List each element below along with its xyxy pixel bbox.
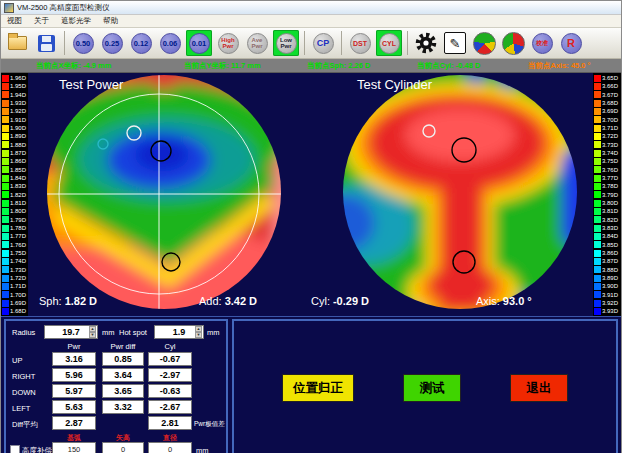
toolbar-separator (407, 31, 408, 55)
scale-row: 1.81D (2, 199, 28, 207)
high-pwr-button[interactable]: High Pwr (215, 30, 241, 56)
power-map-title: Test Power (59, 77, 123, 92)
scale-color-swatch (594, 191, 601, 198)
radius-spinner[interactable]: ▲▼ (89, 326, 96, 338)
scale-color-swatch (2, 116, 9, 123)
exit-button[interactable]: 退出 (510, 374, 568, 402)
left-cyl-value: -2.67 (148, 400, 192, 414)
cylinder-map-title: Test Cylinder (357, 77, 432, 92)
scale-row: 3.91D (594, 291, 621, 299)
scale-tick-label: 1.94D (10, 92, 26, 98)
scale-color-swatch (2, 216, 9, 223)
cyl-button-selected[interactable]: CYL (376, 30, 402, 56)
radius-input[interactable]: 19.7 ▲▼ (44, 325, 98, 339)
scale-tick-label: 1.86D (10, 158, 26, 164)
scale-tick-label: 3.82D (602, 217, 618, 223)
scale-tick-label: 3.73D (602, 142, 618, 148)
scale-color-swatch (594, 225, 601, 232)
dst-button[interactable]: DST (347, 30, 373, 56)
scale-row: 1.71D (2, 282, 28, 290)
test-power-heatmap[interactable] (29, 73, 299, 313)
measurement-panel: Radius 19.7 ▲▼ mm Hot spot 1.9 ▲▼ mm Pwr… (4, 319, 228, 453)
scale-color-swatch (594, 116, 601, 123)
position-reset-button[interactable]: 位置归正 (282, 374, 354, 402)
menu-help[interactable]: 帮助 (97, 16, 124, 26)
scale-tick-label: 1.78D (10, 225, 26, 231)
scale-row: 3.78D (594, 182, 621, 190)
cylinder-map-icon (502, 32, 525, 55)
scale-row: 3.89D (594, 274, 621, 282)
low-pwr-button-selected[interactable]: Low Pwr (273, 30, 299, 56)
radius-unit: mm (102, 328, 115, 337)
step-001-button-selected[interactable]: 0.01 (186, 30, 212, 56)
scale-color-swatch (2, 166, 9, 173)
toolbar-separator (64, 31, 65, 55)
menu-view[interactable]: 视图 (1, 16, 28, 26)
menu-about[interactable]: 关于 (28, 16, 55, 26)
reset-label: R (567, 37, 575, 49)
open-folder-icon (8, 36, 27, 50)
diameter-input[interactable]: 0 (148, 442, 192, 453)
save-button[interactable] (33, 30, 59, 56)
scale-color-swatch (2, 141, 9, 148)
right-diff-value: 3.64 (102, 368, 144, 382)
hotspot-unit: mm (207, 328, 220, 337)
scale-row: 3.82D (594, 216, 621, 224)
scale-color-swatch (594, 266, 601, 273)
scale-row: 1.87D (2, 149, 28, 157)
scale-row: 1.92D (2, 107, 28, 115)
scale-color-swatch (594, 241, 601, 248)
scale-row: 3.85D (594, 241, 621, 249)
scale-tick-label: 3.85D (602, 242, 618, 248)
edit-button[interactable]: ✎ (442, 30, 468, 56)
scale-tick-label: 1.84D (10, 175, 26, 181)
scale-row: 1.93D (2, 99, 28, 107)
up-pwr-value: 3.16 (52, 352, 96, 366)
right-pwr-value: 5.96 (52, 368, 96, 382)
scale-color-swatch (594, 183, 601, 190)
test-button[interactable]: 测试 (403, 374, 461, 402)
step-006-button[interactable]: 0.06 (157, 30, 183, 56)
step-025-button[interactable]: 0.25 (99, 30, 125, 56)
scale-color-swatch (594, 283, 601, 290)
cylinder-map-button[interactable] (500, 30, 526, 56)
scale-tick-label: 3.71D (602, 125, 618, 131)
scale-row: 1.73D (2, 266, 28, 274)
scale-color-swatch (594, 233, 601, 240)
settings-button[interactable] (413, 30, 439, 56)
menu-company[interactable]: 遮影光学 (55, 16, 97, 26)
power-map-button[interactable] (471, 30, 497, 56)
up-cyl-value: -0.67 (148, 352, 192, 366)
col-pwr-diff: Pwr diff (111, 342, 136, 351)
step-050-button[interactable]: 0.50 (70, 30, 96, 56)
status-bar: 当前点X坐标: -4.9 mm 当前点Y坐标: 11.7 mm 当前点Sph: … (1, 59, 621, 73)
calibrate-button[interactable]: 校准 (529, 30, 555, 56)
scale-tick-label: 1.83D (10, 183, 26, 189)
test-cylinder-heatmap[interactable] (325, 73, 595, 313)
hotspot-input[interactable]: 1.9 ▲▼ (154, 325, 204, 339)
cp-button[interactable]: CP (310, 30, 336, 56)
status-cyl: 当前点Cyl: -0.48 D (417, 61, 480, 71)
scale-color-swatch (594, 308, 601, 315)
scale-row: 3.88D (594, 266, 621, 274)
sag-height-input[interactable]: 0 (102, 442, 144, 453)
scale-color-swatch (2, 91, 9, 98)
base-curve-input[interactable]: 150 (52, 442, 96, 453)
scale-tick-label: 1.89D (10, 133, 26, 139)
step-012-button[interactable]: 0.12 (128, 30, 154, 56)
scale-row: 1.82D (2, 191, 28, 199)
scale-row: 3.90D (594, 282, 621, 290)
scale-color-swatch (2, 133, 9, 140)
reset-button[interactable]: R (558, 30, 584, 56)
window-title: VM-2500 高精度面型检测仪 (17, 3, 110, 13)
height-comp-checkbox[interactable] (10, 445, 20, 453)
scale-tick-label: 3.88D (602, 267, 618, 273)
menu-bar: 视图 关于 遮影光学 帮助 (1, 15, 621, 28)
ave-pwr-button[interactable]: Ave Pwr (244, 30, 270, 56)
scale-tick-label: 3.76D (602, 167, 618, 173)
scale-tick-label: 1.70D (10, 292, 26, 298)
hotspot-spinner[interactable]: ▲▼ (195, 326, 202, 338)
open-button[interactable] (4, 30, 30, 56)
scale-tick-label: 1.73D (10, 267, 26, 273)
scale-row: 1.76D (2, 241, 28, 249)
